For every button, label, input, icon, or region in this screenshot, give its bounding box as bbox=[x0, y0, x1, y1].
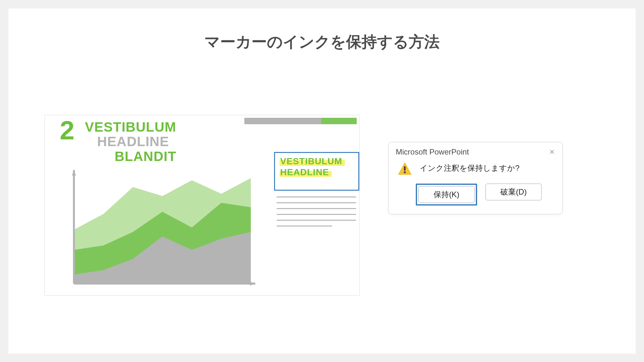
highlight-line2: HEADLINE bbox=[280, 167, 329, 177]
close-icon[interactable]: × bbox=[547, 147, 557, 156]
page-card: マーカーのインクを保持する方法 2 VESTIBULUM HEADLINE BL… bbox=[8, 8, 636, 354]
highlight-line1: VESTIBULUM bbox=[280, 156, 342, 166]
svg-marker-1 bbox=[72, 170, 76, 176]
slide-heading: VESTIBULUM HEADLINE BLANDIT bbox=[85, 120, 176, 164]
keep-button-highlight: 保持(K) bbox=[416, 184, 477, 206]
confirm-dialog: Microsoft PowerPoint × インク注釈を保持しますか? 保持(… bbox=[388, 142, 563, 214]
dialog-titlebar: Microsoft PowerPoint × bbox=[389, 142, 562, 158]
discard-button[interactable]: 破棄(D) bbox=[486, 184, 542, 200]
keep-button[interactable]: 保持(K) bbox=[418, 186, 475, 203]
warning-icon bbox=[398, 162, 412, 177]
slide-heading-line1: VESTIBULUM bbox=[85, 120, 176, 134]
dialog-button-row: 保持(K) 破棄(D) bbox=[389, 179, 562, 214]
svg-point-6 bbox=[404, 171, 406, 173]
area-chart bbox=[60, 165, 257, 293]
slide-heading-line3: BLANDIT bbox=[115, 149, 176, 164]
highlight-text-box: VESTIBULUM HEADLINE bbox=[274, 152, 359, 191]
page-title: マーカーのインクを保持する方法 bbox=[8, 8, 636, 52]
dialog-message: インク注釈を保持しますか? bbox=[420, 162, 519, 173]
svg-rect-5 bbox=[404, 166, 406, 171]
slide-number: 2 bbox=[60, 117, 75, 144]
slide-preview: 2 VESTIBULUM HEADLINE BLANDIT VESTIBULUM bbox=[45, 115, 360, 296]
decor-bar bbox=[237, 118, 357, 124]
placeholder-lines bbox=[277, 196, 356, 231]
svg-marker-3 bbox=[250, 282, 255, 286]
slide-heading-line2: HEADLINE bbox=[97, 134, 176, 149]
dialog-title: Microsoft PowerPoint bbox=[396, 147, 469, 156]
